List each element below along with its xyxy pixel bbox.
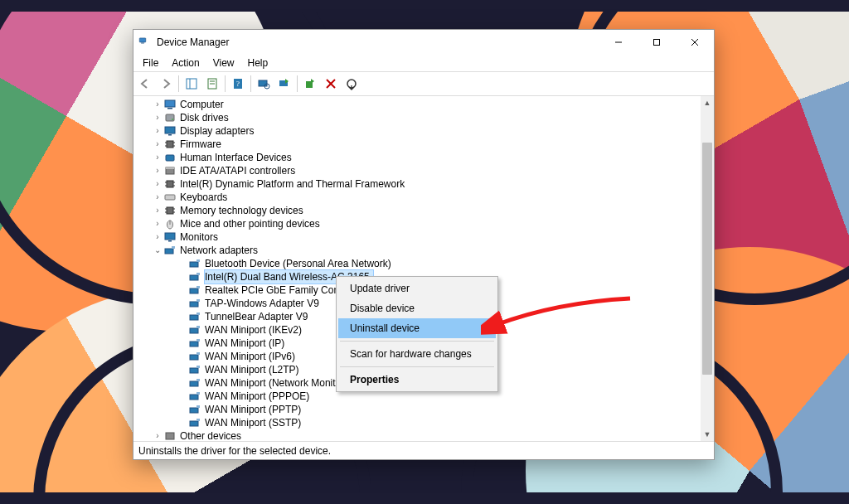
display-icon — [163, 231, 177, 243]
category-label: Intel(R) Dynamic Platform and Thermal Fr… — [180, 177, 405, 191]
titlebar[interactable]: Device Manager — [133, 30, 714, 55]
menu-separator — [340, 341, 494, 342]
chevron-right-icon[interactable]: › — [152, 124, 163, 138]
menu-item-disable-device[interactable]: Disable device — [338, 298, 496, 318]
display-icon — [163, 125, 177, 137]
mouse-icon — [163, 218, 177, 230]
svg-rect-59 — [190, 315, 198, 320]
device-item[interactable]: Bluetooth Device (Personal Area Network) — [143, 257, 701, 270]
network-adapter-icon — [188, 390, 201, 402]
properties-button[interactable] — [202, 74, 222, 94]
enable-device-button[interactable] — [300, 74, 320, 94]
menu-item-scan-for-hardware-changes[interactable]: Scan for hardware changes — [338, 344, 496, 364]
category-intel-r-dynamic-platform-and-thermal-framework[interactable]: ›Intel(R) Dynamic Platform and Thermal F… — [143, 177, 701, 191]
svg-rect-62 — [196, 326, 200, 328]
chevron-right-icon[interactable]: › — [152, 191, 163, 204]
category-label: Computer — [180, 98, 224, 111]
minimize-button[interactable] — [599, 30, 638, 55]
category-firmware[interactable]: ›Firmware — [143, 138, 701, 151]
nav-forward-button[interactable] — [156, 74, 176, 94]
uninstall-device-button[interactable] — [321, 74, 341, 94]
scrollbar-vertical[interactable]: ▲ ▼ — [701, 96, 714, 441]
category-memory-technology-devices[interactable]: ›Memory technology devices — [143, 204, 701, 217]
svg-rect-57 — [190, 302, 198, 307]
svg-rect-76 — [196, 419, 200, 421]
menu-item-update-driver[interactable]: Update driver — [338, 279, 496, 298]
network-adapter-icon — [188, 417, 201, 429]
close-button[interactable] — [676, 30, 714, 55]
svg-rect-25 — [168, 134, 172, 136]
chevron-down-icon[interactable]: ⌄ — [152, 244, 163, 257]
svg-rect-40 — [167, 207, 173, 214]
menu-help[interactable]: Help — [242, 56, 274, 70]
device-label: WAN Miniport (SSTP) — [205, 416, 301, 429]
category-display-adapters[interactable]: ›Display adapters — [143, 124, 701, 138]
category-label: Other devices — [180, 429, 241, 441]
network-adapter-icon — [188, 271, 201, 283]
category-keyboards[interactable]: ›Keyboards — [143, 191, 701, 204]
svg-rect-60 — [196, 313, 200, 315]
menu-item-properties[interactable]: Properties — [338, 370, 496, 390]
device-item[interactable]: WAN Miniport (PPTP) — [143, 403, 701, 416]
scroll-up-icon[interactable]: ▲ — [701, 96, 714, 109]
category-label: Memory technology devices — [180, 204, 303, 217]
scan-hardware-button[interactable] — [254, 74, 274, 94]
chevron-right-icon[interactable]: › — [152, 177, 163, 191]
svg-rect-49 — [165, 249, 173, 254]
device-label: Bluetooth Device (Personal Area Network) — [205, 257, 391, 270]
menu-item-uninstall-device[interactable]: Uninstall device — [338, 318, 496, 338]
chevron-right-icon[interactable]: › — [152, 204, 163, 217]
device-label: WAN Miniport (IPv6) — [205, 350, 295, 363]
category-mice-and-other-pointing-devices[interactable]: ›Mice and other pointing devices — [143, 217, 701, 230]
keyboard-icon — [163, 191, 177, 203]
category-label: Disk drives — [180, 111, 229, 124]
scroll-down-icon[interactable]: ▼ — [701, 428, 714, 441]
chevron-right-icon[interactable]: › — [152, 429, 163, 441]
nav-back-button[interactable] — [135, 74, 155, 94]
chevron-right-icon[interactable]: › — [152, 138, 163, 151]
chevron-right-icon[interactable]: › — [152, 164, 163, 177]
category-disk-drives[interactable]: ›Disk drives — [143, 111, 701, 124]
svg-rect-67 — [190, 368, 198, 373]
maximize-button[interactable] — [638, 30, 676, 55]
chevron-right-icon[interactable]: › — [152, 98, 163, 111]
category-label: Network adapters — [180, 244, 258, 257]
menu-view[interactable]: View — [207, 56, 240, 70]
svg-rect-34 — [167, 181, 173, 187]
svg-rect-39 — [165, 195, 175, 200]
network-adapter-icon — [188, 337, 201, 349]
category-computer[interactable]: ›Computer — [143, 98, 701, 111]
network-icon — [163, 245, 177, 256]
category-label: Monitors — [180, 230, 218, 244]
window-title: Device Manager — [157, 36, 229, 48]
update-driver-button[interactable] — [274, 74, 294, 94]
context-menu: Update driverDisable deviceUninstall dev… — [336, 276, 498, 392]
menu-action[interactable]: Action — [166, 56, 205, 70]
chevron-right-icon[interactable]: › — [152, 230, 163, 244]
category-monitors[interactable]: ›Monitors — [143, 230, 701, 244]
svg-rect-53 — [190, 275, 198, 280]
device-item[interactable]: WAN Miniport (SSTP) — [143, 416, 701, 429]
chevron-right-icon[interactable]: › — [152, 151, 163, 164]
status-text: Uninstalls the driver for the selected d… — [138, 445, 331, 457]
chevron-right-icon[interactable]: › — [152, 217, 163, 230]
show-hide-tree-button[interactable] — [182, 74, 201, 94]
disable-device-button[interactable] — [342, 74, 361, 94]
svg-rect-65 — [190, 355, 198, 360]
svg-rect-64 — [196, 339, 200, 342]
scroll-thumb[interactable] — [702, 143, 712, 375]
category-network-adapters[interactable]: ⌄Network adapters — [143, 244, 701, 257]
svg-point-23 — [172, 119, 173, 120]
device-label: WAN Miniport (IKEv2) — [205, 323, 302, 337]
svg-rect-69 — [190, 381, 198, 386]
menu-file[interactable]: File — [137, 56, 164, 70]
category-human-interface-devices[interactable]: ›Human Interface Devices — [143, 151, 701, 164]
category-ide-ata-atapi-controllers[interactable]: ›IDE ATA/ATAPI controllers — [143, 164, 701, 177]
svg-rect-33 — [166, 167, 174, 169]
help-button[interactable]: ? — [228, 74, 248, 94]
svg-rect-55 — [190, 288, 198, 293]
category-other-devices[interactable]: ›Other devices — [143, 429, 701, 441]
chip-icon — [163, 138, 177, 150]
chevron-right-icon[interactable]: › — [152, 111, 163, 124]
network-adapter-icon — [188, 311, 201, 322]
